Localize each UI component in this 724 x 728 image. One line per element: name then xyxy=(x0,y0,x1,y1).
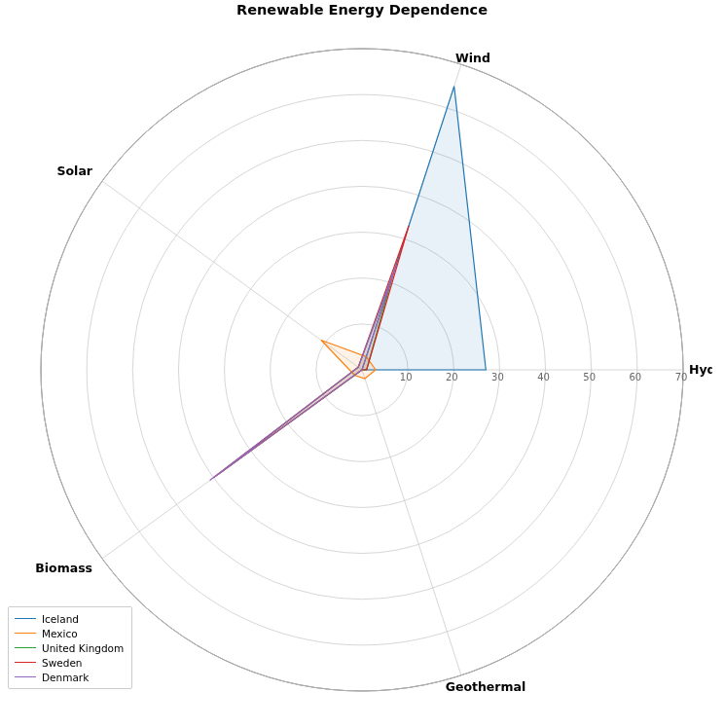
axis-label-hydro: Hydro xyxy=(689,362,712,377)
tick-label: 40 xyxy=(537,372,550,382)
chart-title: Renewable Energy Dependence xyxy=(0,2,724,18)
legend-label: Iceland xyxy=(42,613,79,625)
tick-label: 10 xyxy=(400,372,413,382)
axis-label-wind: Wind xyxy=(455,51,490,65)
legend-item: Sweden xyxy=(15,655,124,670)
tick-label: 50 xyxy=(583,372,596,382)
tick-label: 20 xyxy=(446,372,458,382)
legend-swatch xyxy=(15,647,36,648)
axis-label-geothermal: Geothermal xyxy=(446,679,526,694)
axis-label-biomass: Biomass xyxy=(35,561,92,575)
legend-swatch xyxy=(15,676,36,677)
legend-label: United Kingdom xyxy=(42,642,124,654)
legend-item: United Kingdom xyxy=(15,640,124,655)
tick-label: 30 xyxy=(491,372,504,382)
legend-label: Sweden xyxy=(42,657,83,669)
legend-swatch xyxy=(15,662,36,663)
legend-swatch xyxy=(15,633,36,634)
legend-label: Mexico xyxy=(42,628,78,639)
legend-item: Denmark xyxy=(15,670,124,684)
tick-label: 70 xyxy=(675,372,688,382)
legend-label: Denmark xyxy=(42,672,89,683)
legend-item: Mexico xyxy=(15,626,124,640)
legend-swatch xyxy=(15,618,36,619)
tick-label: 60 xyxy=(629,372,641,382)
legend-item: Iceland xyxy=(15,611,124,626)
legend: IcelandMexicoUnited KingdomSwedenDenmark xyxy=(8,606,132,689)
axis-label-solar: Solar xyxy=(57,164,93,178)
